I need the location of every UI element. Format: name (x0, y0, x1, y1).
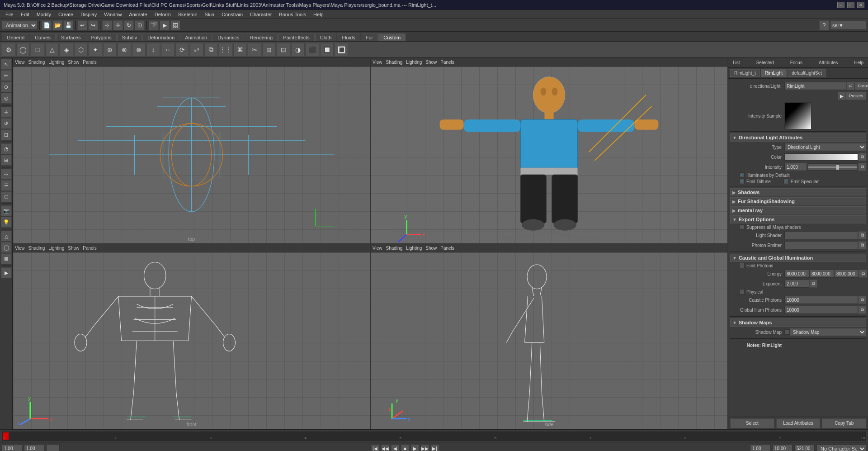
shelf-icon-20[interactable]: ⊟ (277, 43, 290, 57)
vp-bl-lighting[interactable]: Lighting (48, 246, 64, 251)
menu-deform[interactable]: Deform (151, 11, 175, 18)
shelf-icon-23[interactable]: 🔲 (320, 43, 334, 57)
intensity-slider[interactable] (808, 163, 857, 171)
menu-help[interactable]: Help (310, 11, 327, 18)
vp-tr-content[interactable]: x y (371, 66, 727, 243)
menu-animate[interactable]: Animate (125, 11, 151, 18)
emit-specular-checkbox[interactable] (783, 179, 789, 184)
maximize-button[interactable]: □ (847, 2, 854, 8)
global-illum-expand-btn[interactable]: ⧉ (858, 306, 866, 314)
section-shadows[interactable]: ▶ Shadows (730, 188, 866, 196)
move-tool[interactable]: ✛ (113, 20, 123, 30)
go-start-btn[interactable]: |◀ (371, 445, 379, 451)
ae-selected-btn[interactable]: Selected (755, 60, 776, 65)
fps-display[interactable] (772, 445, 793, 451)
vp-bl-shading[interactable]: Shading (28, 246, 45, 251)
redo-button[interactable]: ↪ (88, 20, 98, 30)
shelf-icon-4[interactable]: △ (45, 43, 59, 57)
intensity-expand-btn[interactable]: ⧉ (858, 163, 866, 171)
char-set-dropdown[interactable]: No Character Set (816, 444, 866, 451)
shelf-tab-dynamics[interactable]: Dynamics (212, 33, 244, 41)
ipr-button[interactable]: ▶ (160, 20, 170, 30)
shelf-icon-3[interactable]: □ (31, 43, 44, 57)
rotate-tool[interactable]: ↻ (124, 20, 134, 30)
stop-btn[interactable]: ■ (401, 445, 409, 451)
suppress-checkbox[interactable] (739, 224, 745, 230)
color-swatch[interactable] (784, 153, 858, 161)
load-attributes-button[interactable]: Load Attributes (776, 418, 821, 428)
copy-tab-button[interactable]: Copy Tab (822, 418, 866, 428)
scale-lt-btn[interactable]: ⊡ (1, 129, 12, 140)
shadow-map-dropdown[interactable]: Shadow Map (790, 328, 866, 336)
presets-btn[interactable]: Presets (846, 92, 866, 100)
light-shader-expand[interactable]: ⧉ (858, 231, 866, 239)
ae-tab-rimlight-t[interactable]: RimLight_t (730, 69, 760, 77)
ae-attributes-btn[interactable]: Attributes (817, 60, 840, 65)
menu-create[interactable]: Create (55, 11, 77, 18)
vp-bl-show[interactable]: Show (68, 246, 79, 251)
energy-g-input[interactable] (809, 270, 834, 278)
move-lt-btn[interactable]: ✛ (1, 107, 12, 118)
shelf-icon-10[interactable]: ⊛ (132, 43, 146, 57)
shelf-icon-13[interactable]: ⟳ (175, 43, 189, 57)
vp-bl-panels[interactable]: Panels (83, 246, 97, 251)
ae-tab-rimlight[interactable]: RimLight (761, 69, 787, 77)
shelf-tab-subdiv[interactable]: Subdiv (117, 33, 142, 41)
section-caustic[interactable]: ▼ Caustic and Global Illumination (730, 254, 866, 262)
load-attr-btn[interactable]: ⏎ (846, 82, 854, 90)
range-slider-input[interactable] (46, 445, 60, 451)
snap-grid-btn[interactable]: ⊞ (1, 155, 12, 166)
help-button[interactable]: ? (819, 20, 829, 30)
photon-emitter-expand[interactable]: ⧉ (858, 241, 866, 249)
shelf-tab-painteffects[interactable]: PaintEffects (278, 33, 315, 41)
play-fwd-btn[interactable]: ▶ (411, 445, 419, 451)
illuminates-checkbox[interactable] (739, 172, 745, 178)
physical-checkbox[interactable] (739, 289, 745, 294)
open-scene-button[interactable]: 📂 (52, 20, 62, 30)
vp-tl-panels[interactable]: Panels (83, 60, 97, 65)
menu-modify[interactable]: Modify (33, 11, 55, 18)
ae-help-btn[interactable]: Help (852, 60, 865, 65)
shelf-icon-8[interactable]: ⊕ (103, 43, 117, 57)
undo-button[interactable]: ↩ (77, 20, 87, 30)
mode-dropdown[interactable]: Animation (2, 21, 38, 30)
shelf-icon-21[interactable]: ◑ (291, 43, 305, 57)
exponent-expand-btn[interactable]: ⧉ (809, 280, 817, 288)
shelf-tab-custom[interactable]: Custom (378, 33, 406, 41)
vp-br-show[interactable]: Show (425, 246, 437, 251)
light-shader-input[interactable] (784, 231, 858, 239)
section-export[interactable]: ▼ Export Options (730, 215, 866, 223)
menu-edit[interactable]: Edit (17, 11, 33, 18)
shelf-icon-22[interactable]: ⬛ (306, 43, 319, 57)
vp-tl-lighting[interactable]: Lighting (48, 60, 64, 65)
shelf-tab-curves[interactable]: Curves (30, 33, 56, 41)
outliner-btn[interactable]: ☰ (1, 180, 12, 191)
vp-tl-show[interactable]: Show (68, 60, 79, 65)
menu-bonus-tools[interactable]: Bonus Tools (275, 11, 310, 18)
scale-tool[interactable]: ⊡ (135, 20, 145, 30)
global-illum-input[interactable] (784, 306, 858, 314)
shelf-tab-rendering[interactable]: Rendering (245, 33, 278, 41)
vp-bl-content[interactable]: x y z front (13, 252, 370, 429)
shelf-icon-18[interactable]: ✂ (248, 43, 261, 57)
menu-skeleton[interactable]: Skeleton (175, 11, 201, 18)
shelf-tab-animation[interactable]: Animation (180, 33, 212, 41)
shelf-icon-6[interactable]: ⬡ (74, 43, 88, 57)
shelf-icon-2[interactable]: ◯ (16, 43, 30, 57)
brush-btn[interactable]: ◎ (1, 93, 12, 104)
shelf-icon-7[interactable]: ✦ (89, 43, 102, 57)
vp-br-content[interactable]: y z x side (371, 252, 727, 429)
lattice-btn[interactable]: ⊠ (1, 253, 12, 264)
render-button[interactable]: 🎬 (149, 20, 159, 30)
play-btn[interactable]: ▶ (1, 267, 12, 278)
soft-select-btn[interactable]: ◔ (1, 143, 12, 154)
intensity-input[interactable] (784, 163, 807, 171)
menu-character[interactable]: Character (246, 11, 275, 18)
vp-tr-shading[interactable]: Shading (386, 60, 403, 65)
minimize-button[interactable]: ─ (837, 2, 844, 8)
exponent-input[interactable] (784, 280, 809, 288)
play-anim-btn[interactable]: ▶ (838, 92, 846, 100)
nurbs-btn[interactable]: ◯ (1, 242, 12, 253)
sel-input[interactable] (830, 21, 866, 30)
new-scene-button[interactable]: 📄 (42, 20, 52, 30)
